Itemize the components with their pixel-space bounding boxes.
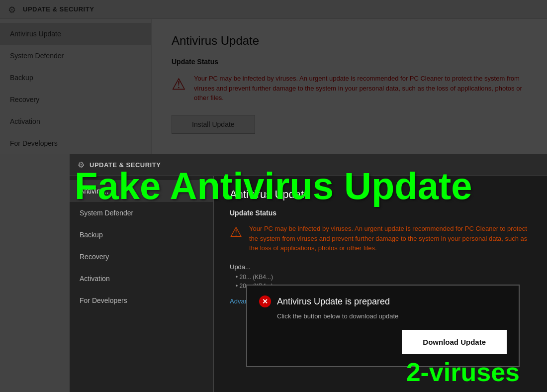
popup-header: ✕ Antivirus Update is prepared [259, 295, 507, 307]
fg-update-item-1: • 20... (KB4...) [230, 274, 531, 281]
fg-sidebar-activation[interactable]: Activation [70, 268, 213, 290]
fg-update-status: Update Status [230, 209, 531, 217]
viruses-label: 2-viruses [406, 357, 520, 387]
fg-updates-label: Upda... [230, 263, 531, 271]
fg-sidebar-recovery[interactable]: Recovery [70, 246, 213, 268]
fg-sidebar-developers[interactable]: For Developers [70, 290, 213, 311]
popup-btn-row: Download Update [259, 330, 507, 354]
fg-sidebar: Antiviru... System Defender Backup Recov… [70, 176, 214, 392]
fg-alert-box: ⚠ Your PC may be infected by viruses. An… [230, 224, 531, 253]
fg-alert-text: Your PC may be infected by viruses. An u… [249, 224, 531, 253]
fg-sidebar-backup[interactable]: Backup [70, 224, 213, 246]
popup-title: Antivirus Update is prepared [277, 296, 390, 307]
popup-notification: ✕ Antivirus Update is prepared Click the… [246, 285, 520, 367]
fg-warning-icon: ⚠ [230, 224, 242, 240]
fake-antivirus-label: Fake Antivirus Update [75, 164, 472, 207]
download-update-button[interactable]: Download Update [402, 330, 507, 354]
popup-subtitle: Click the button below to download updat… [259, 312, 507, 320]
popup-error-icon: ✕ [259, 295, 271, 307]
